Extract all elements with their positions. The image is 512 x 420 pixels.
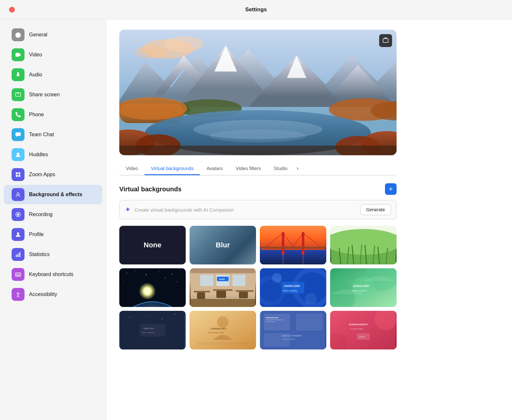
background-label-blur: Blur bbox=[216, 241, 230, 249]
svg-point-72 bbox=[159, 271, 159, 272]
sidebar-item-phone[interactable]: Phone bbox=[4, 105, 102, 124]
svg-rect-130 bbox=[266, 321, 275, 322]
content-area: VideoVirtual backgroundsAvatarsVideo fil… bbox=[106, 19, 512, 420]
sidebar-item-label-share-screen: Share screen bbox=[29, 92, 60, 98]
background-item-zoom-green[interactable]: zoom.com better together bbox=[330, 268, 397, 307]
profile-icon bbox=[12, 228, 25, 241]
svg-rect-88 bbox=[239, 292, 248, 298]
section-title: Virtual backgrounds bbox=[119, 186, 182, 193]
sidebar-item-label-profile: Profile bbox=[29, 232, 44, 237]
svg-rect-47 bbox=[261, 250, 325, 264]
sidebar-item-label-background-effects: Background & effects bbox=[29, 192, 82, 197]
svg-rect-49 bbox=[302, 232, 304, 255]
sidebar-item-keyboard-shortcuts[interactable]: Keyboard shortcuts bbox=[4, 265, 102, 284]
svg-text:better together: better together bbox=[142, 331, 155, 333]
sidebar-item-background-effects[interactable]: Background & effects bbox=[4, 185, 102, 204]
svg-text:zoom: zoom bbox=[219, 278, 225, 280]
audio-icon bbox=[12, 68, 25, 81]
title-bar: Settings bbox=[0, 0, 512, 19]
svg-text:zoom: zoom bbox=[359, 336, 365, 338]
sidebar-item-profile[interactable]: Profile bbox=[4, 225, 102, 244]
sidebar-item-label-video: Video bbox=[29, 52, 42, 58]
svg-point-74 bbox=[180, 270, 180, 270]
svg-rect-2 bbox=[16, 172, 18, 174]
svg-point-70 bbox=[134, 271, 135, 271]
tab-avatars[interactable]: Avatars bbox=[200, 162, 229, 175]
tab-studio[interactable]: Studio bbox=[267, 162, 294, 175]
sidebar-item-label-accessibility: Accessibility bbox=[29, 291, 57, 297]
sidebar-item-team-chat[interactable]: Team Chat bbox=[4, 125, 102, 144]
svg-rect-86 bbox=[197, 292, 205, 299]
sidebar-item-recording[interactable]: Recording bbox=[4, 205, 102, 224]
section-header: Virtual backgrounds + bbox=[119, 183, 397, 195]
add-background-button[interactable]: + bbox=[385, 183, 397, 195]
sidebar-item-video[interactable]: Video bbox=[4, 45, 102, 64]
background-item-bottom4[interactable]: ZOOM EVENTS Connect better zoom bbox=[330, 311, 397, 349]
sidebar-item-huddles[interactable]: Huddles bbox=[4, 145, 102, 164]
tab-more-button[interactable]: › bbox=[294, 162, 301, 175]
svg-point-22 bbox=[135, 46, 168, 59]
background-item-grass[interactable] bbox=[330, 226, 397, 264]
content-tabs: VideoVirtual backgroundsAvatarsVideo fil… bbox=[119, 162, 397, 176]
sidebar-item-share-screen[interactable]: Share screen bbox=[4, 85, 102, 104]
recording-icon bbox=[12, 208, 25, 221]
sidebar-item-accessibility[interactable]: Accessibility bbox=[4, 285, 102, 304]
svg-point-77 bbox=[165, 278, 166, 278]
sidebar-item-label-keyboard-shortcuts: Keyboard shortcuts bbox=[29, 272, 74, 277]
sidebar-item-label-audio: Audio bbox=[29, 72, 42, 78]
svg-point-21 bbox=[164, 36, 203, 52]
backgrounds-grid: NoneBlur bbox=[119, 226, 397, 349]
svg-text:Connect better: Connect better bbox=[350, 328, 363, 330]
svg-text:OUR CUSTOMERS: OUR CUSTOMERS bbox=[282, 335, 302, 337]
sidebar-item-statistics[interactable]: Statistics bbox=[4, 245, 102, 264]
sidebar-item-label-statistics: Statistics bbox=[29, 252, 50, 257]
svg-point-71 bbox=[146, 274, 146, 275]
tab-video[interactable]: Video bbox=[119, 162, 144, 175]
tab-video-filters[interactable]: Video filters bbox=[229, 162, 267, 175]
svg-point-103 bbox=[305, 293, 317, 305]
svg-rect-92 bbox=[191, 299, 255, 307]
background-item-office[interactable]: zoom bbox=[190, 268, 256, 307]
svg-point-6 bbox=[17, 193, 19, 195]
svg-point-114 bbox=[175, 314, 175, 314]
background-item-bottom2[interactable]: OURSELVES WE DRAW FROM bbox=[190, 311, 256, 349]
sidebar-item-label-huddles: Huddles bbox=[29, 152, 48, 158]
sidebar-item-label-recording: Recording bbox=[29, 212, 53, 217]
share-screen-icon bbox=[12, 88, 25, 101]
svg-point-76 bbox=[138, 279, 138, 280]
svg-point-38 bbox=[210, 129, 306, 142]
svg-rect-89 bbox=[200, 275, 213, 286]
statistics-icon bbox=[12, 248, 25, 261]
svg-rect-84 bbox=[213, 289, 232, 291]
huddles-icon bbox=[12, 148, 25, 161]
background-item-bottom1[interactable]: zoom.com better together bbox=[119, 311, 186, 349]
screenshot-button[interactable] bbox=[379, 34, 392, 47]
tab-virtual-backgrounds[interactable]: Virtual backgrounds bbox=[144, 162, 200, 175]
svg-rect-54 bbox=[261, 247, 325, 249]
background-item-zoom-blue[interactable]: zoom.com better together bbox=[260, 268, 326, 307]
background-item-space[interactable] bbox=[119, 268, 186, 307]
svg-point-8 bbox=[17, 214, 19, 216]
close-button[interactable] bbox=[9, 7, 15, 13]
svg-rect-83 bbox=[194, 291, 210, 292]
svg-rect-10 bbox=[16, 255, 17, 257]
phone-icon bbox=[12, 108, 25, 121]
background-item-blur[interactable]: Blur bbox=[190, 226, 256, 264]
background-item-none[interactable]: None bbox=[119, 226, 186, 264]
sidebar-item-audio[interactable]: Audio bbox=[4, 65, 102, 84]
svg-point-75 bbox=[123, 281, 124, 282]
svg-point-59 bbox=[330, 229, 397, 255]
background-preview bbox=[119, 30, 397, 155]
background-item-bottom3[interactable]: OUR CUSTOMERS LIKE & MORE bbox=[260, 311, 326, 349]
background-label-none: None bbox=[144, 241, 162, 249]
team-chat-icon bbox=[12, 128, 25, 141]
svg-rect-13 bbox=[15, 273, 21, 276]
background-item-bridge[interactable] bbox=[260, 226, 326, 264]
svg-rect-91 bbox=[232, 275, 245, 286]
generate-button[interactable]: Generate bbox=[360, 204, 391, 215]
svg-text:zoom.com: zoom.com bbox=[143, 327, 154, 329]
sidebar-item-general[interactable]: General bbox=[4, 25, 102, 44]
svg-rect-115 bbox=[140, 324, 165, 337]
sidebar-item-zoom-apps[interactable]: Zoom Apps bbox=[4, 165, 102, 184]
svg-rect-43 bbox=[119, 146, 397, 155]
